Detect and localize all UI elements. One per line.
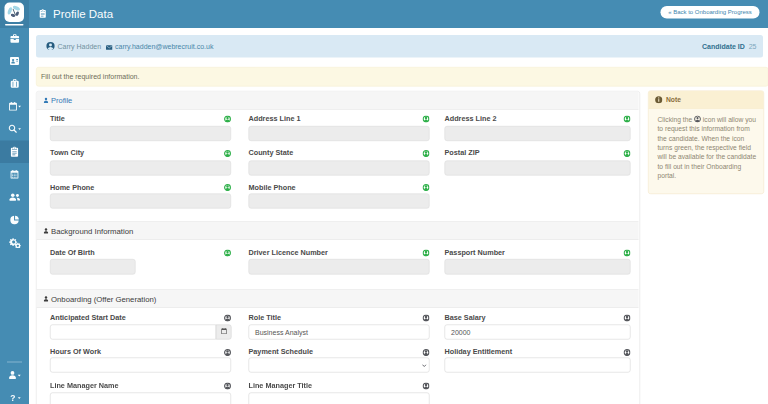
svg-text:?: ?: [10, 392, 15, 402]
